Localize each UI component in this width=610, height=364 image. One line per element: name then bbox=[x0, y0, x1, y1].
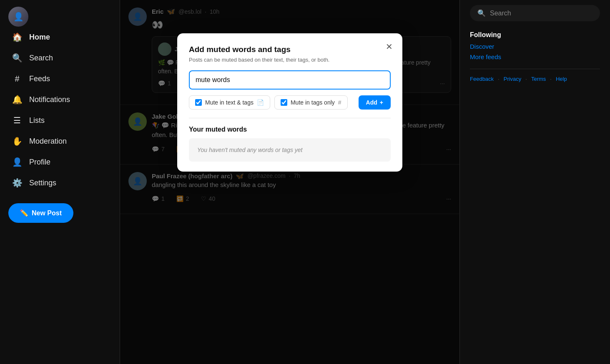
terms-link[interactable]: Terms bbox=[531, 76, 546, 82]
search-icon: 🔍 bbox=[12, 52, 23, 63]
modal-divider bbox=[189, 118, 391, 118]
sidebar-item-profile[interactable]: 👤Profile bbox=[8, 152, 111, 172]
sidebar-item-label-moderation: Moderation bbox=[29, 137, 67, 146]
modal-overlay: ✕ Add muted words and tags Posts can be … bbox=[120, 0, 459, 364]
text-icon: 📄 bbox=[257, 99, 264, 106]
search-icon: 🔍 bbox=[477, 9, 486, 17]
add-label: Add bbox=[366, 99, 377, 106]
feeds-icon: # bbox=[12, 73, 23, 84]
mute-words-modal: ✕ Add muted words and tags Posts can be … bbox=[177, 33, 402, 172]
sidebar-item-label-settings: Settings bbox=[29, 179, 56, 187]
footer-links: Feedback · Privacy · Terms · Help bbox=[470, 76, 600, 82]
muted-words-section-title: Your muted words bbox=[189, 126, 391, 133]
mute-tags-only-option[interactable]: Mute in tags only # bbox=[274, 95, 348, 110]
settings-icon: ⚙️ bbox=[12, 177, 23, 188]
sidebar-item-feeds[interactable]: #Feeds bbox=[8, 68, 111, 89]
sidebar-item-search[interactable]: 🔍Search bbox=[8, 47, 111, 68]
left-sidebar: 👤 🏠Home🔍Search#Feeds🔔Notifications☰Lists… bbox=[0, 0, 120, 364]
new-post-label: New Post bbox=[32, 209, 62, 217]
sidebar-item-settings[interactable]: ⚙️Settings bbox=[8, 172, 111, 193]
privacy-link[interactable]: Privacy bbox=[504, 76, 522, 82]
add-mute-word-button[interactable]: Add + bbox=[359, 95, 391, 110]
sidebar-item-notifications[interactable]: 🔔Notifications bbox=[8, 89, 111, 110]
right-sidebar: 🔍 Following Discover More feeds Feedback… bbox=[460, 0, 610, 364]
muted-empty-state: You haven't muted any words or tags yet bbox=[189, 138, 391, 162]
following-heading: Following bbox=[470, 31, 600, 39]
modal-subtitle: Posts can be muted based on their text, … bbox=[189, 57, 391, 63]
sidebar-item-label-lists: Lists bbox=[29, 116, 45, 125]
sidebar-item-label-search: Search bbox=[29, 54, 53, 62]
pencil-icon: ✏️ bbox=[20, 209, 28, 217]
more-feeds-link[interactable]: More feeds bbox=[470, 53, 600, 60]
modal-close-button[interactable]: ✕ bbox=[382, 40, 396, 53]
hash-icon: # bbox=[338, 99, 341, 106]
sidebar-item-label-profile: Profile bbox=[29, 158, 50, 167]
search-box[interactable]: 🔍 bbox=[470, 5, 600, 21]
discover-link[interactable]: Discover bbox=[470, 43, 600, 50]
following-section: Following Discover More feeds bbox=[470, 31, 600, 60]
mute-text-tags-checkbox[interactable] bbox=[195, 99, 202, 106]
profile-icon: 👤 bbox=[12, 157, 23, 167]
lists-icon: ☰ bbox=[12, 115, 23, 126]
sidebar-item-lists[interactable]: ☰Lists bbox=[8, 110, 111, 131]
sidebar-item-label-feeds: Feeds bbox=[29, 75, 50, 83]
sidebar-item-label-home: Home bbox=[29, 33, 50, 42]
mute-tags-only-label: Mute in tags only bbox=[291, 99, 335, 106]
search-input[interactable] bbox=[490, 10, 592, 17]
mute-options: Mute in text & tags 📄 Mute in tags only … bbox=[189, 95, 391, 110]
mute-text-tags-option[interactable]: Mute in text & tags 📄 bbox=[189, 95, 270, 110]
home-icon: 🏠 bbox=[12, 32, 23, 42]
help-link[interactable]: Help bbox=[556, 76, 567, 82]
moderation-icon: ✋ bbox=[12, 136, 23, 147]
sidebar-item-label-notifications: Notifications bbox=[29, 95, 70, 104]
main-feed: 👤 Eric 🦋 @esb.lol · 10h 👀 Jake Gold @jac… bbox=[120, 0, 460, 364]
sidebar-item-moderation[interactable]: ✋Moderation bbox=[8, 131, 111, 152]
right-divider bbox=[470, 69, 600, 69]
modal-title: Add muted words and tags bbox=[189, 45, 391, 54]
mute-text-tags-label: Mute in text & tags bbox=[205, 99, 254, 106]
user-avatar[interactable]: 👤 bbox=[8, 7, 28, 27]
sidebar-item-home[interactable]: 🏠Home bbox=[8, 27, 111, 47]
plus-icon: + bbox=[380, 99, 383, 106]
mute-tags-only-checkbox[interactable] bbox=[281, 99, 287, 106]
new-post-button[interactable]: ✏️ New Post bbox=[8, 203, 73, 223]
mute-words-input[interactable] bbox=[189, 70, 391, 90]
feedback-link[interactable]: Feedback bbox=[470, 76, 494, 82]
notifications-icon: 🔔 bbox=[12, 94, 23, 105]
